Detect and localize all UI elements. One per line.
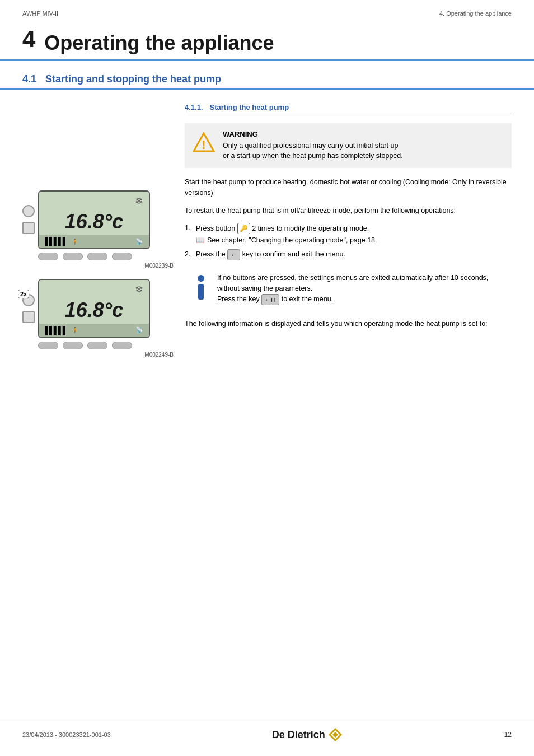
section-number: 4.1: [22, 73, 36, 85]
subsection-title: Starting the heat pump: [210, 103, 289, 111]
screen-temp-1: 16.8°c: [39, 209, 149, 235]
badge-2x: 2x: [18, 290, 29, 298]
device-diagram-2: 2x ❄ 16.8°c ▌▌▌▌▌ 🧍: [22, 279, 174, 358]
step-1-sub: 📖 See chapter: "Changing the operating m…: [196, 235, 512, 246]
footer-logo: De Dietrich: [272, 727, 343, 743]
step-2-text: Press the ← key to confirm and exit the …: [196, 250, 345, 258]
header-left: AWHP MIV-II: [22, 10, 58, 17]
info-box: If no buttons are pressed, the settings …: [185, 267, 512, 311]
dot-4: [112, 253, 132, 260]
subsection-heading: 4.1.1. Starting the heat pump: [185, 103, 512, 114]
right-column: 4.1.1. Starting the heat pump ! WARNING …: [185, 90, 512, 368]
step-content-2: Press the ← key to confirm and exit the …: [196, 249, 512, 261]
svg-point-2: [198, 275, 204, 282]
warning-text-line1: Only a qualified professional may carry …: [223, 142, 398, 150]
page-header: AWHP MIV-II 4. Operating the appliance: [0, 0, 534, 20]
section-heading: 4.1 Starting and stopping the heat pump: [0, 61, 534, 90]
logo-icon: [327, 727, 343, 743]
device-screen-1: ❄ 16.8°c ▌▌▌▌▌ 🧍 📡: [38, 190, 150, 250]
dot-5: [38, 342, 58, 349]
device-label-2: M002249-B: [22, 352, 174, 358]
book-icon-step1: 📖: [196, 235, 205, 246]
header-right: 4. Operating the appliance: [439, 10, 512, 17]
subsection-number: 4.1.1.: [185, 103, 203, 111]
step-content-1: Press button 🔑 2 times to modify the ope…: [196, 223, 512, 246]
screen-bottom-bar-2: ▌▌▌▌▌ 🧍 📡: [39, 324, 149, 337]
step-num-2: 2.: [185, 249, 196, 260]
steps-list: 1. Press button 🔑 2 times to modify the …: [185, 223, 512, 260]
page-footer: 23/04/2013 - 300023321-001-03 De Dietric…: [0, 721, 534, 743]
key-icon-step1: 🔑: [237, 223, 250, 234]
info-icon: [193, 274, 209, 291]
bars-icon: ▌▌▌▌▌: [45, 237, 67, 246]
enter-key-icon: ←: [227, 249, 240, 261]
person-icon: 🧍: [72, 239, 78, 245]
dot-3: [87, 253, 107, 260]
exit-key-icon: ←⊓: [261, 294, 279, 306]
step-1-text: Press button 🔑 2 times to modify the ope…: [196, 225, 369, 232]
dot-1: [38, 253, 58, 260]
warning-content: WARNING Only a qualified professional ma…: [223, 130, 504, 162]
step-1-sub-text: See chapter: "Changing the operating mod…: [207, 235, 377, 246]
warning-triangle-icon: !: [193, 131, 215, 153]
svg-text:!: !: [202, 138, 205, 152]
warning-text: Only a qualified professional may carry …: [223, 141, 504, 162]
logo-text: De Dietrich: [272, 729, 325, 741]
side-btn-top: [22, 205, 35, 217]
footer-date: 23/04/2013 - 300023321-001-03: [22, 731, 111, 738]
dot-2: [63, 253, 83, 260]
warning-title: WARNING: [223, 130, 504, 138]
chapter-title: Operating the appliance: [44, 31, 274, 59]
bars-icon-2: ▌▌▌▌▌: [45, 326, 67, 335]
screen-temp-2: 16.8°c: [39, 298, 149, 324]
bottom-dots-2: [38, 342, 174, 349]
main-content: ❄ 16.8°c ▌▌▌▌▌ 🧍 📡 M002: [0, 90, 534, 368]
device-label-1: M002239-B: [22, 263, 174, 269]
footer-page: 12: [504, 731, 512, 739]
step-1: 1. Press button 🔑 2 times to modify the …: [185, 223, 512, 246]
warning-box: ! WARNING Only a qualified professional …: [185, 123, 512, 169]
snowflake-icon: ❄: [135, 195, 143, 207]
dot-7: [87, 342, 107, 349]
section-title: Starting and stopping the heat pump: [45, 73, 221, 85]
info-text: If no buttons are pressed, the settings …: [217, 274, 488, 303]
snowflake-icon-2: ❄: [135, 283, 143, 296]
dot-6: [63, 342, 83, 349]
step-2: 2. Press the ← key to confirm and exit t…: [185, 249, 512, 261]
device-diagram-1: ❄ 16.8°c ▌▌▌▌▌ 🧍 📡 M002: [22, 190, 174, 269]
body-paragraph-2: To restart the heat pump that is in off/…: [185, 206, 512, 216]
bottom-dots-1: [38, 253, 174, 260]
device-screen-2: ❄ 16.8°c ▌▌▌▌▌ 🧍 📡: [38, 279, 150, 338]
screen-top-2: ❄: [39, 280, 149, 298]
side-buttons-1: [22, 205, 35, 234]
signal-icon-2: 📡: [135, 326, 143, 334]
screen-top-1: ❄: [39, 192, 149, 209]
left-column: ❄ 16.8°c ▌▌▌▌▌ 🧍 📡 M002: [22, 90, 185, 368]
side-btn-bottom-2: [22, 311, 35, 323]
chapter-title-section: 4Operating the appliance: [0, 20, 534, 61]
dot-8: [112, 342, 132, 349]
signal-icon: 📡: [135, 238, 143, 245]
side-btn-bottom: [22, 222, 35, 234]
warning-text-line2: or a start up when the heat pump has com…: [223, 152, 403, 160]
step-num-1: 1.: [185, 223, 196, 234]
final-paragraph: The following information is displayed a…: [185, 319, 512, 329]
info-content: If no buttons are pressed, the settings …: [217, 273, 504, 305]
chapter-number: 4: [22, 26, 35, 53]
body-paragraph-1: Start the heat pump to produce heating, …: [185, 177, 512, 199]
person-icon-2: 🧍: [72, 327, 78, 333]
svg-rect-3: [198, 284, 204, 300]
screen-bottom-bar-1: ▌▌▌▌▌ 🧍 📡: [39, 235, 149, 248]
